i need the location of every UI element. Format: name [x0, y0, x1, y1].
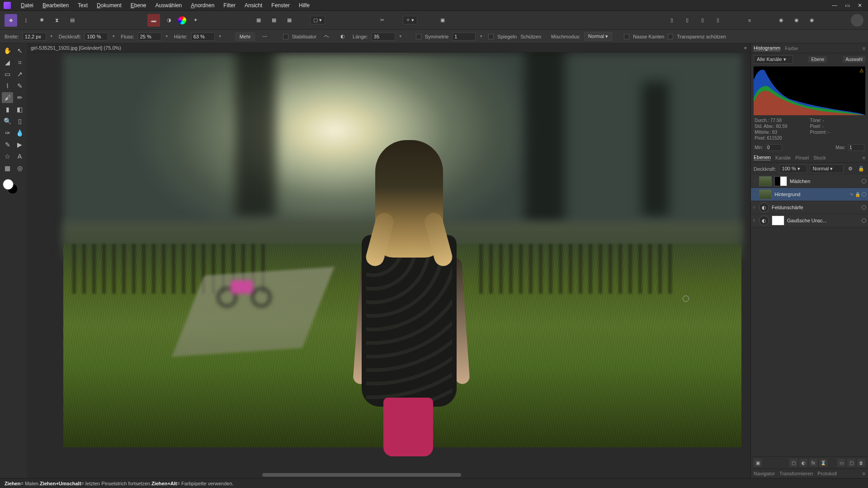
canvas-viewport[interactable] — [27, 52, 750, 478]
visibility-icon[interactable] — [862, 179, 866, 183]
crop-tool[interactable]: ⌗ — [14, 57, 25, 68]
hist-auswahl-button[interactable]: Auswahl — [843, 56, 865, 63]
fluss-input[interactable] — [138, 33, 161, 41]
fx-icon[interactable]: fx — [809, 459, 817, 467]
tab-pinsel[interactable]: Pinsel — [795, 155, 809, 160]
arrange-end-icon[interactable]: ▯ — [712, 14, 724, 27]
visibility-icon[interactable] — [862, 192, 866, 197]
column-tool[interactable]: ▯ — [14, 116, 25, 127]
tab-navigator[interactable]: Navigator — [754, 471, 775, 476]
color-picker-tool[interactable]: ◢ — [2, 57, 13, 68]
channels-dropdown[interactable]: Alle Kanäle ▾ — [754, 55, 793, 64]
window-minimize[interactable]: — — [830, 1, 839, 10]
color-wheel-icon[interactable] — [178, 16, 186, 24]
menu-fenster[interactable]: Fenster — [267, 2, 294, 9]
mask-add-icon[interactable]: ▢ — [789, 459, 797, 467]
menu-hilfe[interactable]: Hilfe — [294, 2, 314, 9]
assistant-dropdown[interactable]: ✧ ▾ — [403, 16, 417, 24]
snapshot-icon[interactable]: ▣ — [436, 14, 449, 27]
window-maximize[interactable]: ▭ — [843, 1, 852, 10]
arrange-left-icon[interactable]: ▯ — [665, 14, 678, 27]
delete-layer-icon[interactable]: 🗑 — [857, 459, 865, 467]
tab-stock[interactable]: Stock — [813, 155, 826, 160]
rope-icon[interactable]: ヘ — [320, 30, 333, 43]
mischmodus-dropdown[interactable]: Normal ▾ — [584, 32, 613, 41]
visibility-icon[interactable] — [862, 218, 866, 223]
persona-tone-icon[interactable]: ⧗ — [51, 14, 63, 27]
gradient-tool[interactable]: ◧ — [14, 104, 25, 115]
hand-tool[interactable]: ✋ — [2, 45, 13, 56]
spiegeln-checkbox[interactable] — [488, 34, 494, 39]
layer-row[interactable]: ⋮ Hintergrund ✎🔒 — [751, 188, 868, 201]
window-icon[interactable]: ◐ — [336, 30, 349, 43]
hist-ebene-button[interactable]: Ebene — [808, 56, 827, 63]
vector-tool[interactable]: ✎ — [2, 139, 13, 150]
horizontal-scrollbar[interactable] — [27, 472, 750, 478]
document-tab[interactable]: girl-535251_1920.jpg [Geändert] (75.0%) — [31, 45, 121, 51]
menu-ebene[interactable]: Ebene — [126, 2, 151, 9]
account-avatar[interactable] — [851, 14, 863, 27]
layer-row[interactable]: ⋮ Mädchen — [751, 175, 868, 188]
tab-ebenen[interactable]: Ebenen — [754, 155, 771, 160]
tab-farbe[interactable]: Farbe — [785, 46, 798, 51]
symmetrie-checkbox[interactable] — [416, 34, 421, 39]
layer-row[interactable]: ⚲◐ Gaußsche Unsc... — [751, 214, 868, 227]
tab-histogramm[interactable]: Histogramm — [754, 45, 780, 51]
deckkraft-input[interactable] — [85, 33, 108, 41]
grid-tool[interactable]: ▦ — [2, 163, 13, 174]
cloud-3-icon[interactable]: ◉ — [806, 14, 818, 27]
tab-transformieren[interactable]: Transformieren — [779, 471, 813, 476]
symmetrie-input[interactable] — [452, 33, 476, 41]
min-input[interactable] — [766, 144, 782, 151]
target-tool[interactable]: ◎ — [14, 163, 25, 174]
arrow-tool[interactable]: ▶ — [14, 139, 25, 150]
pressure-icon[interactable]: 〰 — [259, 30, 271, 43]
tab-protokoll[interactable]: Protokoll — [817, 471, 837, 476]
arrange-mid-icon[interactable]: ▯ — [681, 14, 693, 27]
window-close[interactable]: ✕ — [855, 1, 864, 10]
clone-tool[interactable]: ✑ — [2, 127, 13, 138]
arrange-right-icon[interactable]: ▯ — [696, 14, 709, 27]
cloud-2-icon[interactable]: ◉ — [790, 14, 803, 27]
selection-add-icon[interactable]: ▦ — [268, 14, 280, 27]
edit-icon[interactable]: ✎ — [850, 192, 854, 197]
persona-photo-icon[interactable]: ◆ — [5, 14, 17, 27]
live-filter-icon[interactable]: ⌛ — [819, 459, 827, 467]
quickmask-dropdown[interactable]: ▢ ▾ — [310, 16, 325, 24]
menu-ansicht[interactable]: Ansicht — [240, 2, 267, 9]
shape-tool[interactable]: ☆ — [2, 151, 13, 162]
layer-blend-dropdown[interactable]: Normal ▾ — [810, 164, 844, 173]
persona-export-icon[interactable]: ▤ — [66, 14, 79, 27]
nasse-checkbox[interactable] — [624, 34, 629, 39]
add-layer-icon[interactable]: ▢ — [847, 459, 855, 467]
text-tool[interactable]: A — [14, 151, 25, 162]
foreground-swatch[interactable] — [3, 179, 14, 190]
color-swatch[interactable] — [2, 178, 19, 195]
pencil-tool[interactable]: ✏ — [14, 92, 25, 103]
panel-menu-icon[interactable]: ≡ — [863, 46, 865, 51]
fill-tool[interactable]: ▮ — [2, 104, 13, 115]
selection-sub-icon[interactable]: ▦ — [283, 14, 296, 27]
tab-close-icon[interactable]: × — [744, 45, 747, 51]
brush-tool[interactable]: 🖌 — [2, 92, 13, 103]
node-tool[interactable]: ↗ — [14, 69, 25, 80]
transparenz-checkbox[interactable] — [668, 34, 673, 39]
move-tool[interactable]: ↖ — [14, 45, 25, 56]
lasso-tool[interactable]: ⌇ — [2, 80, 13, 91]
layers-menu-icon[interactable]: ≡ — [863, 155, 865, 160]
adjust-add-icon[interactable]: ◐ — [799, 459, 807, 467]
breite-input[interactable] — [23, 33, 46, 41]
schuetzen-label[interactable]: Schützen — [520, 34, 541, 39]
menu-bearbeiten[interactable]: Bearbeiten — [38, 2, 73, 9]
layer-lock-icon[interactable]: 🔒 — [857, 165, 865, 173]
cloud-1-icon[interactable]: ◉ — [775, 14, 788, 27]
haerte-input[interactable] — [191, 33, 215, 41]
mehr-button[interactable]: Mehr — [236, 33, 255, 41]
zoom-tool[interactable]: 🔍 — [2, 116, 13, 127]
blur-tool[interactable]: 💧 — [14, 127, 25, 138]
menu-datei[interactable]: Datei — [16, 2, 38, 9]
menu-dokument[interactable]: Dokument — [92, 2, 126, 9]
layer-row[interactable]: ⚲◐ Feldunschärfe — [751, 201, 868, 214]
mask-icon[interactable]: ◑ — [163, 14, 175, 27]
group-icon[interactable]: ▭ — [837, 459, 845, 467]
